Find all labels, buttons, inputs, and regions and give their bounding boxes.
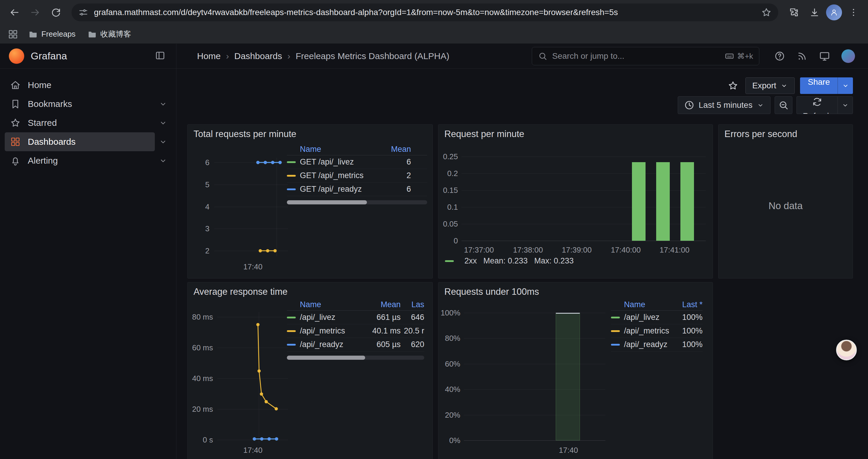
download-icon <box>809 7 820 18</box>
breadcrumb-item[interactable]: Freeleaps Metrics Dashboard (ALPHA) <box>296 51 450 61</box>
site-info-icon[interactable] <box>78 7 89 18</box>
legend-row[interactable]: /api/_livez100% <box>611 311 703 324</box>
downloads-button[interactable] <box>805 3 824 22</box>
clock-icon <box>684 100 694 110</box>
axis-tick-label: 60 ms <box>188 343 213 352</box>
breadcrumb-item[interactable]: Home <box>197 51 221 61</box>
refresh-button[interactable]: Refresh <box>797 96 838 114</box>
line-chart[interactable] <box>214 154 293 259</box>
sidebar-item-home[interactable]: Home <box>5 76 155 95</box>
gridline <box>464 415 606 415</box>
sidebar-item-dashboards[interactable]: Dashboards <box>5 132 155 151</box>
legend-row[interactable]: /api/_metrics100% <box>611 324 703 338</box>
sidebar-expand-button[interactable] <box>155 153 172 169</box>
sidebar-expand-button[interactable] <box>155 133 172 150</box>
apps-grid-icon[interactable] <box>8 29 18 40</box>
browser-reload-button[interactable] <box>47 3 65 22</box>
news-icon[interactable] <box>797 51 808 62</box>
axis-tick-label: 17:40 <box>559 446 578 455</box>
browser-profile-avatar[interactable] <box>826 4 842 21</box>
series-value: 20.5 r <box>401 326 424 335</box>
sidebar-item-starred[interactable]: Starred <box>5 113 155 132</box>
sidebar-item-label: Dashboards <box>28 137 75 147</box>
axis-tick-label: 40 ms <box>188 374 213 383</box>
legend-scrollbar[interactable] <box>287 200 427 204</box>
keyboard-icon <box>725 52 734 61</box>
browser-forward-button[interactable] <box>26 3 44 22</box>
time-range-picker[interactable]: Last 5 minutes <box>678 96 771 114</box>
scrollbar-thumb[interactable] <box>287 200 367 204</box>
series-name[interactable]: GET /api/_readyz <box>300 185 384 194</box>
series-name[interactable]: /api/_readyz <box>624 340 674 349</box>
assistant-avatar[interactable] <box>836 340 857 360</box>
bar[interactable] <box>632 162 646 241</box>
series-name[interactable]: /api/_metrics <box>300 326 362 335</box>
chevron-down-icon <box>780 82 788 90</box>
refresh-interval-button[interactable] <box>838 96 853 114</box>
legend-row[interactable]: /api/_readyz100% <box>611 338 703 352</box>
extensions-button[interactable] <box>785 3 803 22</box>
help-icon[interactable] <box>774 51 785 62</box>
bar[interactable] <box>556 313 580 440</box>
sidebar-header: Grafana <box>0 44 176 68</box>
user-avatar[interactable] <box>841 49 855 63</box>
panel-title[interactable]: Total requests per minute <box>193 129 296 139</box>
series-name[interactable]: GET /api/_livez <box>300 157 384 167</box>
axis-tick-label: 5 <box>192 180 210 189</box>
line-chart[interactable] <box>217 312 294 449</box>
legend-row[interactable]: GET /api/_livez6 <box>287 155 427 169</box>
panel-title[interactable]: Request per minute <box>444 129 524 139</box>
panel-legend: 2xx Mean: 0.233 Max: 0.233 <box>445 256 574 266</box>
monitor-icon[interactable] <box>819 51 830 62</box>
series-name[interactable]: /api/_livez <box>300 313 362 322</box>
breadcrumb-separator: › <box>226 51 229 61</box>
legend-row[interactable]: /api/_metrics40.1 ms20.5 r <box>287 324 424 338</box>
panel-requests-under-100ms: Requests under 100ms NameLast */api/_liv… <box>438 282 713 459</box>
bookmark-label: 收藏博客 <box>100 29 131 39</box>
legend-row[interactable]: /api/_livez661 µs646 <box>287 311 424 324</box>
panel-title[interactable]: Requests under 100ms <box>444 287 539 297</box>
favorite-dashboard-button[interactable] <box>726 78 740 93</box>
browser-menu-button[interactable] <box>844 3 863 22</box>
address-bar[interactable]: grafana.mathmast.com/d/deytv4rwavabkb/fr… <box>71 4 778 21</box>
dock-sidebar-button[interactable] <box>155 50 165 62</box>
bookmark-item[interactable]: Freeleaps <box>28 30 75 39</box>
star-icon <box>728 80 738 91</box>
brand-name: Grafana <box>31 50 67 62</box>
series-name[interactable]: /api/_readyz <box>300 340 362 349</box>
series-name[interactable]: /api/_metrics <box>624 326 674 335</box>
sidebar-expand-button[interactable] <box>155 114 172 131</box>
grafana-logo[interactable] <box>9 48 24 64</box>
series-name[interactable]: 2xx <box>464 256 477 266</box>
sidebar-nav: HomeBookmarksStarredDashboardsAlerting <box>0 68 176 177</box>
bar[interactable] <box>680 162 694 241</box>
series-name[interactable]: /api/_livez <box>624 313 674 322</box>
gridline <box>464 313 606 313</box>
bookmark-star-icon[interactable] <box>761 7 772 18</box>
legend-row[interactable]: GET /api/_readyz6 <box>287 183 427 196</box>
legend-row[interactable]: /api/_readyz605 µs620 <box>287 338 424 352</box>
bookmarks-list: Freeleaps收藏博客 <box>28 29 131 39</box>
bookmarks-bar: Freeleaps收藏博客 <box>0 25 868 44</box>
legend-scrollbar[interactable] <box>287 356 424 360</box>
export-button[interactable]: Export <box>745 77 795 94</box>
bar[interactable] <box>656 162 670 241</box>
sidebar-item-alerting[interactable]: Alerting <box>5 151 155 170</box>
panel-title[interactable]: Average response time <box>193 287 287 297</box>
series-value: 6 <box>384 185 411 194</box>
share-menu-button[interactable] <box>838 77 853 94</box>
zoom-out-icon <box>778 100 789 110</box>
zoom-out-button[interactable] <box>775 96 793 114</box>
breadcrumb-item[interactable]: Dashboards <box>234 51 282 61</box>
share-button[interactable]: Share <box>800 77 838 94</box>
sidebar-item-bookmarks[interactable]: Bookmarks <box>5 95 155 113</box>
series-name[interactable]: GET /api/_metrics <box>300 171 384 180</box>
bookmark-item[interactable]: 收藏博客 <box>88 29 131 39</box>
browser-back-button[interactable] <box>5 3 24 22</box>
search-input[interactable]: Search or jump to... ⌘+k <box>532 47 759 65</box>
axis-tick-label: 4 <box>192 202 210 211</box>
sidebar-expand-button[interactable] <box>155 96 172 112</box>
scrollbar-thumb[interactable] <box>287 356 365 360</box>
legend-row[interactable]: GET /api/_metrics2 <box>287 169 427 183</box>
url-text[interactable]: grafana.mathmast.com/d/deytv4rwavabkb/fr… <box>94 8 756 17</box>
